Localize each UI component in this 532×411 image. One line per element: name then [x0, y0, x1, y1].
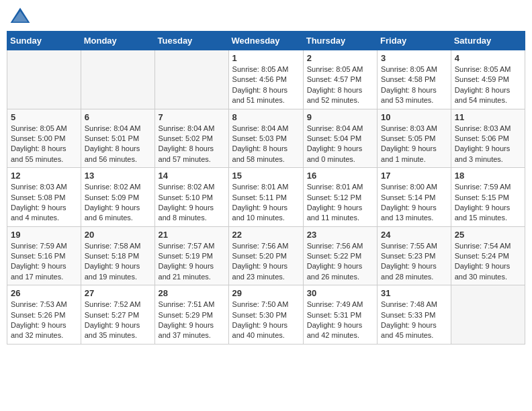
calendar-cell: 12Sunrise: 8:03 AM Sunset: 5:08 PM Dayli…: [7, 168, 81, 227]
day-info: Sunrise: 7:52 AM Sunset: 5:27 PM Dayligh…: [85, 300, 151, 341]
day-info: Sunrise: 8:04 AM Sunset: 5:04 PM Dayligh…: [307, 124, 373, 165]
day-number: 1: [232, 53, 300, 63]
day-number: 4: [455, 53, 521, 63]
day-info: Sunrise: 7:51 AM Sunset: 5:29 PM Dayligh…: [159, 300, 225, 341]
day-number: 25: [455, 230, 521, 240]
day-number: 18: [455, 171, 521, 181]
day-number: 10: [381, 112, 447, 122]
day-info: Sunrise: 8:02 AM Sunset: 5:09 PM Dayligh…: [85, 182, 151, 224]
calendar-cell: [451, 285, 525, 345]
weekday-header: Friday: [378, 32, 451, 50]
calendar-cell: 20Sunrise: 7:58 AM Sunset: 5:18 PM Dayli…: [81, 226, 154, 285]
calendar-cell: [7, 50, 81, 109]
day-info: Sunrise: 8:01 AM Sunset: 5:12 PM Dayligh…: [307, 182, 373, 224]
day-info: Sunrise: 7:57 AM Sunset: 5:19 PM Dayligh…: [159, 241, 225, 283]
calendar-cell: 13Sunrise: 8:02 AM Sunset: 5:09 PM Dayli…: [81, 168, 154, 227]
calendar-cell: 18Sunrise: 7:59 AM Sunset: 5:15 PM Dayli…: [451, 168, 525, 227]
day-number: 15: [232, 171, 300, 181]
calendar-cell: 24Sunrise: 7:55 AM Sunset: 5:23 PM Dayli…: [378, 226, 451, 285]
day-number: 13: [85, 171, 151, 181]
calendar-cell: [154, 50, 228, 109]
day-number: 8: [232, 112, 300, 122]
calendar-cell: 1Sunrise: 8:05 AM Sunset: 4:56 PM Daylig…: [228, 50, 303, 109]
day-info: Sunrise: 7:49 AM Sunset: 5:31 PM Dayligh…: [307, 300, 373, 341]
day-info: Sunrise: 7:59 AM Sunset: 5:16 PM Dayligh…: [11, 241, 77, 283]
day-number: 6: [85, 112, 151, 122]
calendar-cell: 17Sunrise: 8:00 AM Sunset: 5:14 PM Dayli…: [378, 168, 451, 227]
weekday-header: Tuesday: [154, 32, 228, 50]
calendar-cell: 29Sunrise: 7:50 AM Sunset: 5:30 PM Dayli…: [228, 285, 303, 345]
day-number: 7: [159, 112, 225, 122]
day-number: 3: [381, 53, 447, 63]
day-info: Sunrise: 8:02 AM Sunset: 5:10 PM Dayligh…: [159, 182, 225, 224]
day-number: 5: [11, 112, 77, 122]
day-number: 24: [381, 230, 447, 240]
day-number: 14: [159, 171, 225, 181]
day-info: Sunrise: 7:50 AM Sunset: 5:30 PM Dayligh…: [232, 300, 300, 341]
calendar-cell: 9Sunrise: 8:04 AM Sunset: 5:04 PM Daylig…: [303, 109, 377, 168]
day-info: Sunrise: 7:48 AM Sunset: 5:33 PM Dayligh…: [381, 300, 447, 341]
day-number: 2: [307, 53, 373, 63]
day-number: 19: [11, 230, 77, 240]
weekday-header: Monday: [81, 32, 154, 50]
day-info: Sunrise: 8:05 AM Sunset: 5:00 PM Dayligh…: [11, 124, 77, 165]
calendar-cell: 19Sunrise: 7:59 AM Sunset: 5:16 PM Dayli…: [7, 226, 81, 285]
day-info: Sunrise: 7:56 AM Sunset: 5:22 PM Dayligh…: [307, 241, 373, 283]
day-number: 12: [11, 171, 77, 181]
day-number: 16: [307, 171, 373, 181]
day-number: 29: [232, 288, 300, 298]
day-info: Sunrise: 8:03 AM Sunset: 5:06 PM Dayligh…: [455, 124, 521, 165]
calendar-week-row: 5Sunrise: 8:05 AM Sunset: 5:00 PM Daylig…: [7, 109, 525, 168]
calendar-cell: 6Sunrise: 8:04 AM Sunset: 5:01 PM Daylig…: [81, 109, 154, 168]
day-info: Sunrise: 8:05 AM Sunset: 4:56 PM Dayligh…: [232, 64, 300, 106]
day-info: Sunrise: 8:05 AM Sunset: 4:57 PM Dayligh…: [307, 64, 373, 106]
day-info: Sunrise: 7:59 AM Sunset: 5:15 PM Dayligh…: [455, 182, 521, 224]
calendar-cell: 15Sunrise: 8:01 AM Sunset: 5:11 PM Dayli…: [228, 168, 303, 227]
calendar-cell: 14Sunrise: 8:02 AM Sunset: 5:10 PM Dayli…: [154, 168, 228, 227]
day-info: Sunrise: 7:58 AM Sunset: 5:18 PM Dayligh…: [85, 241, 151, 283]
day-info: Sunrise: 8:01 AM Sunset: 5:11 PM Dayligh…: [232, 182, 300, 224]
calendar-cell: 27Sunrise: 7:52 AM Sunset: 5:27 PM Dayli…: [81, 285, 154, 345]
day-info: Sunrise: 8:04 AM Sunset: 5:03 PM Dayligh…: [232, 124, 300, 165]
day-number: 30: [307, 288, 373, 298]
calendar-week-row: 26Sunrise: 7:53 AM Sunset: 5:26 PM Dayli…: [7, 285, 525, 345]
day-info: Sunrise: 8:04 AM Sunset: 5:02 PM Dayligh…: [159, 124, 225, 165]
calendar-week-row: 1Sunrise: 8:05 AM Sunset: 4:56 PM Daylig…: [7, 50, 525, 109]
calendar-week-row: 12Sunrise: 8:03 AM Sunset: 5:08 PM Dayli…: [7, 168, 525, 227]
weekday-header: Sunday: [7, 32, 81, 50]
calendar-cell: 28Sunrise: 7:51 AM Sunset: 5:29 PM Dayli…: [154, 285, 228, 345]
day-number: 27: [85, 288, 151, 298]
calendar-cell: 10Sunrise: 8:03 AM Sunset: 5:05 PM Dayli…: [378, 109, 451, 168]
day-number: 21: [159, 230, 225, 240]
day-number: 26: [11, 288, 77, 298]
calendar-week-row: 19Sunrise: 7:59 AM Sunset: 5:16 PM Dayli…: [7, 226, 525, 285]
day-number: 11: [455, 112, 521, 122]
day-number: 17: [381, 171, 447, 181]
calendar-cell: 21Sunrise: 7:57 AM Sunset: 5:19 PM Dayli…: [154, 226, 228, 285]
weekday-header: Wednesday: [228, 32, 303, 50]
day-info: Sunrise: 7:53 AM Sunset: 5:26 PM Dayligh…: [11, 300, 77, 341]
day-info: Sunrise: 8:03 AM Sunset: 5:08 PM Dayligh…: [11, 182, 77, 224]
day-info: Sunrise: 8:05 AM Sunset: 4:59 PM Dayligh…: [455, 64, 521, 106]
day-info: Sunrise: 8:03 AM Sunset: 5:05 PM Dayligh…: [381, 124, 447, 165]
calendar-cell: 8Sunrise: 8:04 AM Sunset: 5:03 PM Daylig…: [228, 109, 303, 168]
calendar-cell: 7Sunrise: 8:04 AM Sunset: 5:02 PM Daylig…: [154, 109, 228, 168]
logo-icon: [9, 7, 31, 26]
calendar-cell: 5Sunrise: 8:05 AM Sunset: 5:00 PM Daylig…: [7, 109, 81, 168]
day-number: 22: [232, 230, 300, 240]
day-info: Sunrise: 8:05 AM Sunset: 4:58 PM Dayligh…: [381, 64, 447, 106]
calendar-cell: 26Sunrise: 7:53 AM Sunset: 5:26 PM Dayli…: [7, 285, 81, 345]
day-info: Sunrise: 7:56 AM Sunset: 5:20 PM Dayligh…: [232, 241, 300, 283]
calendar: SundayMondayTuesdayWednesdayThursdayFrid…: [7, 31, 525, 345]
day-number: 20: [85, 230, 151, 240]
calendar-cell: 4Sunrise: 8:05 AM Sunset: 4:59 PM Daylig…: [451, 50, 525, 109]
calendar-cell: 23Sunrise: 7:56 AM Sunset: 5:22 PM Dayli…: [303, 226, 377, 285]
weekday-header: Saturday: [451, 32, 525, 50]
calendar-cell: 16Sunrise: 8:01 AM Sunset: 5:12 PM Dayli…: [303, 168, 377, 227]
day-number: 23: [307, 230, 373, 240]
day-info: Sunrise: 8:00 AM Sunset: 5:14 PM Dayligh…: [381, 182, 447, 224]
weekday-header: Thursday: [303, 32, 377, 50]
day-number: 9: [307, 112, 373, 122]
calendar-cell: 30Sunrise: 7:49 AM Sunset: 5:31 PM Dayli…: [303, 285, 377, 345]
day-number: 28: [159, 288, 225, 298]
